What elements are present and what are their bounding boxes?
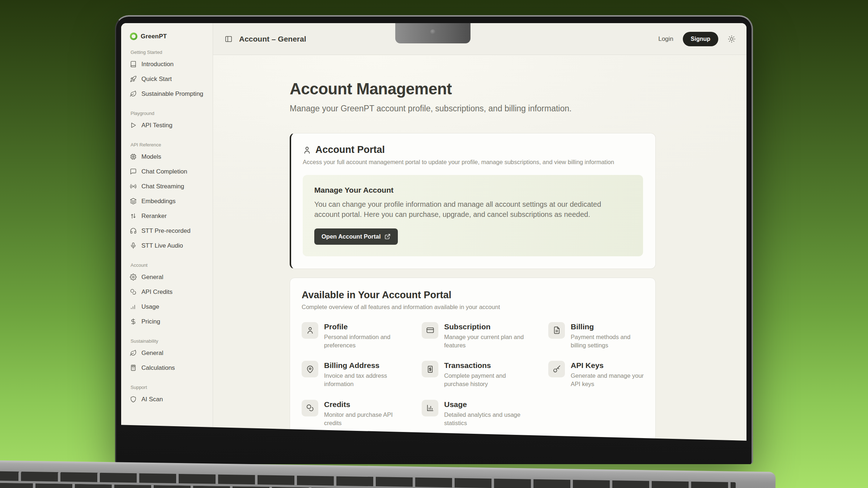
sidebar-item-usage[interactable]: Usage <box>130 299 208 314</box>
broadcast-icon <box>130 183 137 190</box>
sidebar-item-quick-start[interactable]: Quick Start <box>130 72 208 86</box>
manage-account-title: Manage Your Account <box>314 186 631 194</box>
leaf-icon <box>130 90 137 97</box>
sort-arrows-icon <box>130 213 137 219</box>
receipt-icon <box>422 361 438 377</box>
leaf-icon <box>130 350 137 356</box>
camera-notch <box>395 23 470 43</box>
feature-transactions: Transactions Complete payment and purcha… <box>422 361 541 388</box>
signup-button[interactable]: Signup <box>683 32 718 46</box>
page-title: Account Management <box>290 80 656 98</box>
sun-icon[interactable] <box>728 35 736 43</box>
nav-section-api-reference: API Reference <box>131 142 208 147</box>
account-portal-subtitle: Access your full account management port… <box>303 159 643 166</box>
feature-billing: Billing Payment methods and billing sett… <box>548 322 644 350</box>
nav-section-sustainability: Sustainability <box>131 338 208 344</box>
sidebar-toggle-icon[interactable] <box>225 35 233 43</box>
sidebar-item-sustainability-general[interactable]: General <box>130 346 208 360</box>
bar-chart-icon <box>130 303 137 310</box>
manage-account-panel: Manage Your Account You can change your … <box>303 175 643 256</box>
rocket-icon <box>130 76 137 82</box>
feature-usage: Usage Detailed analytics and usage stati… <box>422 400 541 427</box>
open-account-portal-button[interactable]: Open Account Portal <box>314 228 398 245</box>
coins-icon <box>130 288 137 295</box>
features-card: Available in Your Account Portal Complet… <box>290 278 656 442</box>
page-subtitle: Manage your GreenPT account profile, sub… <box>290 104 656 114</box>
sidebar: GreenPT Getting Started Introduction Qui… <box>121 23 213 442</box>
nav-section-support: Support <box>131 385 208 390</box>
external-link-icon <box>384 234 391 240</box>
sidebar-item-reranker[interactable]: Reranker <box>130 209 208 223</box>
key-icon <box>548 361 565 377</box>
login-link[interactable]: Login <box>658 35 673 43</box>
book-icon <box>130 61 137 68</box>
document-icon <box>548 322 565 339</box>
topbar: Account – General Login Signup <box>213 23 746 55</box>
map-pin-icon <box>302 361 318 377</box>
brand-logo[interactable]: GreenPT <box>130 33 208 40</box>
feature-credits: Credits Monitor and purchase API credits <box>302 400 414 427</box>
sidebar-item-embeddings[interactable]: Embeddings <box>130 194 208 209</box>
webcam-icon <box>430 29 435 35</box>
play-icon <box>130 122 137 129</box>
nav-section-account: Account <box>131 262 208 268</box>
feature-api-keys: API Keys Generate and manage your API ke… <box>548 361 644 388</box>
account-portal-card: Account Portal Access your full account … <box>290 133 656 269</box>
sidebar-item-calculations[interactable]: Calculations <box>130 360 208 375</box>
user-icon <box>303 146 311 154</box>
nav-section-playground: Playground <box>131 111 208 116</box>
sidebar-item-api-credits[interactable]: API Credits <box>130 284 208 299</box>
sidebar-item-chat-streaming[interactable]: Chat Streaming <box>130 179 208 194</box>
features-card-subtitle: Complete overview of all features and in… <box>302 304 644 311</box>
user-icon <box>302 322 318 339</box>
sidebar-item-account-general[interactable]: General <box>130 270 208 284</box>
feature-subscription: Subscription Manage your current plan an… <box>422 322 541 350</box>
laptop-frame: GreenPT Getting Started Introduction Qui… <box>115 15 753 464</box>
dollar-icon <box>130 318 137 325</box>
manage-account-body: You can change your profile information … <box>314 199 622 220</box>
calculator-icon <box>130 364 137 371</box>
laptop-screen: GreenPT Getting Started Introduction Qui… <box>121 23 746 442</box>
features-card-title: Available in Your Account Portal <box>302 290 644 301</box>
sidebar-item-stt-prerecorded[interactable]: STT Pre-recorded <box>130 223 208 238</box>
headphones-icon <box>130 227 137 234</box>
coins-icon <box>302 400 318 416</box>
brand-name: GreenPT <box>141 33 167 40</box>
credit-card-icon <box>422 322 438 339</box>
app-window: GreenPT Getting Started Introduction Qui… <box>121 23 746 442</box>
brand-logo-icon <box>130 33 137 40</box>
feature-billing-address: Billing Address Invoice and tax address … <box>302 361 414 388</box>
sidebar-item-stt-live-audio[interactable]: STT Live Audio <box>130 238 208 253</box>
layers-icon <box>130 198 137 205</box>
shield-icon <box>130 396 137 403</box>
gear-icon <box>130 274 137 281</box>
nav-section-getting-started: Getting Started <box>131 50 208 55</box>
sidebar-item-ai-scan[interactable]: AI Scan <box>130 392 208 407</box>
sidebar-item-models[interactable]: Models <box>130 149 208 164</box>
account-portal-title: Account Portal <box>315 144 385 155</box>
sidebar-item-sustainable-prompting[interactable]: Sustainable Prompting <box>130 86 208 101</box>
main-content: Account Management Manage your GreenPT a… <box>213 55 746 442</box>
chat-bubble-icon <box>130 168 137 175</box>
chart-column-icon <box>422 400 438 416</box>
microphone-icon <box>130 242 137 249</box>
sidebar-item-api-testing[interactable]: API Testing <box>130 118 208 133</box>
sidebar-item-introduction[interactable]: Introduction <box>130 57 208 72</box>
feature-profile: Profile Personal information and prefere… <box>302 322 414 350</box>
cpu-icon <box>130 153 137 160</box>
page-breadcrumb-title: Account – General <box>239 35 306 43</box>
sidebar-item-pricing[interactable]: Pricing <box>130 314 208 329</box>
sidebar-item-chat-completion[interactable]: Chat Completion <box>130 164 208 179</box>
